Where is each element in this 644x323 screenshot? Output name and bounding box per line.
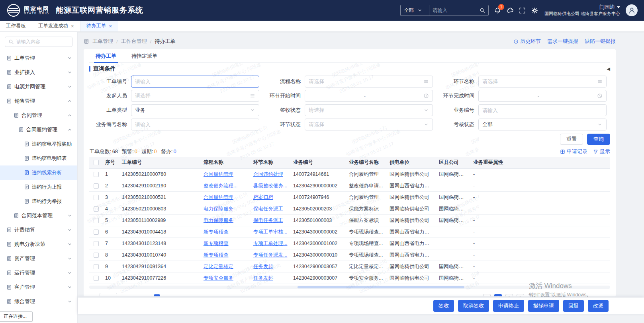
footer-action-button[interactable]: 取消签收	[458, 300, 489, 312]
sidebar-item[interactable]: 销售管理	[0, 94, 77, 108]
process-name-link[interactable]: 合同履约管理	[201, 171, 251, 178]
column-header[interactable]: 流程名称	[201, 159, 251, 166]
row-checkbox[interactable]	[89, 230, 103, 235]
page-button[interactable]: «	[483, 294, 491, 297]
table-row[interactable]: 31423050210000521合同履约管理档案归档1400724907946…	[89, 192, 610, 203]
step-name-link[interactable]: 专项工单审核...	[251, 229, 291, 235]
column-header[interactable]: 供电单位	[387, 159, 437, 166]
picker-field[interactable]: 请选择	[478, 76, 607, 88]
table-tool-link[interactable]: 显示	[593, 148, 610, 155]
cloud-sync-icon[interactable]	[507, 7, 513, 14]
row-checkbox[interactable]	[89, 253, 103, 258]
process-name-link[interactable]: 专项安全服务	[201, 275, 251, 282]
select-all-checkbox[interactable]	[89, 160, 103, 165]
column-header[interactable]: 业务重要属性	[471, 159, 610, 166]
field-text-input[interactable]	[135, 122, 255, 128]
sidebar-item[interactable]: 违约线索分析	[0, 165, 77, 180]
table-row[interactable]: 21423042910002190整改催办流程...县级整改催办...14230…	[89, 180, 610, 192]
breadcrumb-item[interactable]: 工作台管理	[121, 38, 147, 45]
user-menu[interactable]: 闫国迪 国网临猗供电公司 临猗县客户服务中心	[544, 4, 620, 16]
collapse-query-icon[interactable]: ◀	[607, 66, 610, 72]
step-name-link[interactable]: 任务发起	[251, 263, 291, 270]
daterange-field[interactable]: -	[305, 90, 433, 102]
open-tab[interactable]: 待办工单×	[80, 21, 119, 31]
column-header[interactable]: 业务编号名称	[346, 159, 387, 166]
process-name-link[interactable]: 定比定量核定	[201, 263, 251, 270]
step-name-link[interactable]: 专项任务派发...	[251, 252, 291, 259]
step-name-link[interactable]: 县级整改催办...	[251, 183, 291, 189]
content-tab[interactable]: 待指定派单	[125, 49, 164, 62]
row-checkbox[interactable]	[89, 195, 103, 200]
table-row[interactable]: 11423050210000760合同履约管理合同违约处理14007249146…	[89, 169, 610, 180]
search-icon[interactable]	[480, 8, 485, 13]
column-header[interactable]: 区县公司	[437, 159, 471, 166]
reset-button[interactable]: 重置	[560, 134, 583, 145]
process-name-link[interactable]: 新专项稽查	[201, 240, 251, 247]
sidebar-item[interactable]: 购电分析决策	[0, 237, 77, 251]
table-row[interactable]: 61423043010004418新专项稽查专项工单审核...142304300…	[89, 226, 610, 238]
table-row[interactable]: 91423042910091364定比定量核定任务发起1423042900003…	[89, 261, 610, 272]
close-tab-icon[interactable]: ×	[71, 23, 74, 29]
sidebar-item[interactable]: 违约行为上报	[0, 180, 77, 194]
select-field[interactable]: 请选择	[305, 119, 433, 130]
page-size-select[interactable]	[100, 293, 117, 296]
scrollbar-thumb[interactable]	[298, 286, 464, 288]
step-name-link[interactable]: 专项工单处理...	[251, 240, 291, 247]
column-header[interactable]: 工单编号	[119, 159, 201, 166]
sidebar-item[interactable]: 违约窃电举报奖励	[0, 137, 77, 151]
field-text-input[interactable]	[482, 107, 603, 113]
sidebar-item[interactable]: 工单管理	[0, 51, 77, 65]
search-button[interactable]: 查询	[587, 134, 610, 145]
process-name-link[interactable]: 新专项稽查	[201, 229, 251, 235]
sidebar-search-input[interactable]	[16, 39, 69, 45]
row-checkbox[interactable]	[89, 218, 103, 223]
notification-bell-icon[interactable]: 1	[494, 7, 501, 14]
sidebar-item[interactable]: 业扩接入	[0, 65, 77, 80]
quick-link[interactable]: 历史环节	[513, 38, 541, 45]
sidebar-item[interactable]: 资产管理	[0, 251, 77, 266]
process-name-link[interactable]: 新专项稽查	[201, 252, 251, 259]
sidebar-item[interactable]: 电源并网管理	[0, 80, 77, 94]
footer-action-button[interactable]: 申请终止	[493, 300, 524, 312]
sidebar-item[interactable]: 违约行为举报	[0, 194, 77, 208]
content-tab[interactable]: 待办工单	[89, 49, 123, 62]
row-checkbox[interactable]	[89, 206, 103, 212]
process-name-link[interactable]: 电力保障服务	[201, 217, 251, 224]
table-row[interactable]: 41423050210000803电力保障服务保电任务派工14230502000…	[89, 203, 610, 215]
quick-link[interactable]: 需求一键提报	[547, 38, 578, 45]
process-name-link[interactable]: 合同履约管理	[201, 194, 251, 201]
footer-action-button[interactable]: 回退	[563, 300, 584, 312]
avatar[interactable]	[626, 4, 638, 16]
column-header[interactable]: 序号	[103, 159, 119, 166]
row-checkbox[interactable]	[89, 241, 103, 246]
table-tool-link[interactable]: 申请记录	[560, 148, 587, 155]
close-tab-icon[interactable]: ×	[109, 23, 112, 29]
select-field[interactable]: 业务	[131, 104, 259, 116]
sidebar-item[interactable]: 客户管理	[0, 280, 77, 294]
fullscreen-icon[interactable]	[519, 7, 526, 14]
process-name-link[interactable]: 整改催办流程...	[201, 183, 251, 189]
column-header[interactable]: 环节名称	[251, 159, 291, 166]
table-row[interactable]: 51423050110002989电力保障服务保电任务派工14230501000…	[89, 215, 610, 226]
row-checkbox[interactable]	[89, 172, 103, 177]
step-name-link[interactable]: 保电任务派工	[251, 217, 291, 224]
row-checkbox[interactable]	[89, 264, 103, 269]
open-tab[interactable]: 工单发送成功×	[32, 21, 80, 31]
step-name-link[interactable]: 合同违约处理	[251, 171, 291, 178]
footer-action-button[interactable]: 签收	[433, 300, 454, 312]
picker-field[interactable]: 请选择	[305, 76, 433, 88]
footer-action-button[interactable]: 改派	[588, 300, 609, 312]
sidebar-item[interactable]: 综合管理	[0, 294, 77, 309]
page-button[interactable]: 2	[505, 294, 513, 297]
select-field[interactable]: 请选择	[305, 104, 433, 116]
table-row[interactable]: 71423043010123148新专项稽查专项工单处理...142304300…	[89, 238, 610, 249]
sidebar-item[interactable]: 合同范本管理	[0, 208, 77, 223]
open-tab[interactable]: 工作看板	[0, 21, 32, 31]
step-name-link[interactable]: 档案归档	[251, 194, 291, 201]
column-header[interactable]: 业务编号	[291, 159, 346, 166]
process-name-link[interactable]: 电力保障服务	[201, 206, 251, 212]
quick-link[interactable]: 缺陷一键提报	[585, 38, 616, 45]
page-button[interactable]: 3	[517, 294, 524, 297]
daterange-field[interactable]: -	[478, 90, 607, 102]
global-search-input[interactable]	[433, 8, 480, 13]
